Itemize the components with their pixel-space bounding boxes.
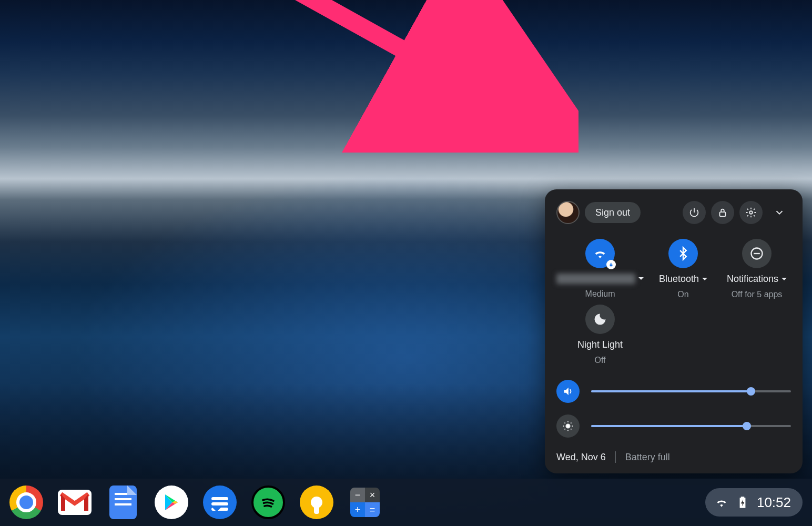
- keep-app[interactable]: [300, 485, 333, 519]
- notifications-tile: Notifications Off for 5 apps: [723, 239, 791, 299]
- wifi-icon: [593, 246, 607, 261]
- volume-icon: [562, 386, 574, 397]
- gear-icon: [745, 207, 757, 218]
- night-light-icon: [593, 312, 607, 327]
- svg-point-2: [749, 211, 753, 214]
- power-icon: [688, 207, 700, 218]
- brightness-slider[interactable]: [591, 425, 791, 427]
- clock: 10:52: [757, 494, 791, 511]
- svg-rect-1: [720, 212, 726, 216]
- night-light-status: Off: [594, 356, 605, 365]
- avatar[interactable]: [556, 201, 580, 224]
- notifications-toggle[interactable]: [742, 239, 772, 268]
- svg-point-6: [566, 424, 570, 428]
- chevron-down-icon: [702, 278, 707, 283]
- quick-toggle-grid: Medium Bluetooth On Notifications Off fo…: [556, 239, 791, 365]
- brightness-row: [556, 414, 791, 438]
- docs-app[interactable]: [109, 485, 137, 519]
- spotify-app[interactable]: [251, 485, 285, 519]
- notifications-label[interactable]: Notifications: [727, 274, 787, 285]
- bluetooth-icon: [676, 246, 691, 261]
- panel-footer: Wed, Nov 6 Battery full: [556, 451, 791, 463]
- sign-out-button[interactable]: Sign out: [585, 202, 641, 223]
- volume-row: [556, 380, 791, 403]
- shelf-apps: −×+=: [9, 485, 382, 519]
- messages-app[interactable]: [203, 485, 237, 519]
- calculator-icon: −×+=: [350, 488, 380, 517]
- chevron-down-icon: [774, 207, 785, 218]
- chevron-down-icon: [781, 278, 787, 283]
- svg-rect-3: [610, 265, 613, 267]
- gmail-app[interactable]: [58, 490, 92, 515]
- calculator-app[interactable]: −×+=: [348, 485, 382, 519]
- bluetooth-toggle[interactable]: [668, 239, 698, 268]
- night-light-tile: Night Light Off: [556, 305, 644, 365]
- bluetooth-tile: Bluetooth On: [649, 239, 717, 299]
- collapse-button[interactable]: [768, 201, 791, 224]
- brightness-icon: [562, 420, 574, 432]
- bluetooth-label[interactable]: Bluetooth: [659, 274, 707, 285]
- wifi-label[interactable]: [556, 274, 644, 284]
- brightness-button[interactable]: [556, 414, 580, 438]
- bluetooth-status: On: [677, 290, 688, 299]
- quick-settings-panel: Sign out Medium Bluet: [545, 189, 803, 473]
- sliders-section: [556, 380, 791, 438]
- battery-charging-icon: [736, 495, 749, 509]
- spotify-icon: [259, 493, 277, 511]
- gmail-icon: [59, 491, 90, 514]
- wifi-secure-badge: [606, 260, 616, 269]
- volume-button[interactable]: [556, 380, 580, 403]
- lock-icon: [717, 207, 728, 218]
- wifi-toggle[interactable]: [585, 239, 615, 268]
- volume-slider[interactable]: [591, 390, 791, 392]
- wifi-icon: [715, 495, 728, 509]
- wifi-strength: Medium: [585, 289, 615, 299]
- night-light-label: Night Light: [577, 339, 623, 350]
- wifi-network-name-redacted: [556, 274, 635, 284]
- date-label: Wed, Nov 6: [556, 452, 606, 463]
- notifications-status: Off for 5 apps: [732, 290, 783, 299]
- chrome-app[interactable]: [9, 485, 43, 519]
- do-not-disturb-icon: [749, 246, 764, 261]
- play-store-app[interactable]: [155, 485, 188, 519]
- play-icon: [162, 493, 181, 512]
- panel-header: Sign out: [556, 201, 791, 224]
- shelf: −×+= 10:52: [0, 479, 812, 526]
- wifi-tile: Medium: [556, 239, 644, 299]
- divider: [615, 451, 616, 463]
- chevron-down-icon: [638, 277, 644, 282]
- power-button[interactable]: [683, 201, 706, 224]
- lock-button[interactable]: [711, 201, 734, 224]
- night-light-toggle[interactable]: [585, 305, 615, 334]
- battery-status: Battery full: [625, 452, 670, 463]
- settings-button[interactable]: [739, 201, 763, 224]
- status-area[interactable]: 10:52: [705, 488, 803, 517]
